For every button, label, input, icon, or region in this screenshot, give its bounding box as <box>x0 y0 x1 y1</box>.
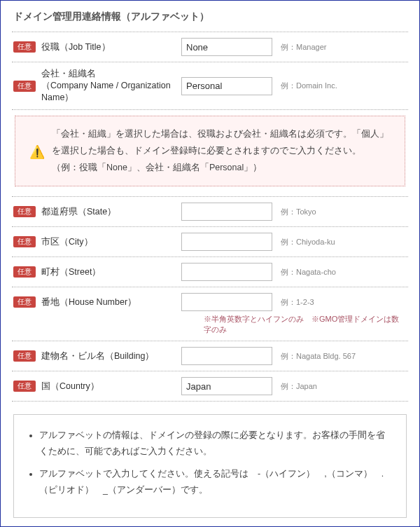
house-number-note: ※半角英数字とハイフンのみ ※GMO管理ドメインは数字のみ <box>13 313 405 335</box>
badge-optional: 任意 <box>13 41 36 53</box>
badge-optional: 任意 <box>13 236 36 247</box>
warning-line1: 「会社・組織」を選択した場合は、役職および会社・組織名は必須です。「個人」を選択… <box>52 126 391 160</box>
row-street: 任意 町村（Street） 例：Nagata-cho <box>12 257 408 287</box>
warning-line2: （例：役職「None」、会社・組織名「Personal」） <box>52 160 391 177</box>
example-street: 例：Nagata-cho <box>281 267 336 278</box>
input-country[interactable] <box>181 377 272 395</box>
form-section: ドメイン管理用連絡情報（アルファベット） 任意 役職（Job Title） 例：… <box>0 0 420 527</box>
example-job-title: 例：Manager <box>281 42 326 53</box>
row-country: 任意 国（Country） 例：Japan <box>12 371 408 402</box>
row-job-title: 任意 役職（Job Title） 例：Manager <box>12 32 408 62</box>
input-job-title[interactable] <box>181 38 272 56</box>
label-company: 任意 会社・組織名 （Company Name / Organization N… <box>13 68 181 104</box>
note-2: アルファベットで入力してください。使える記号は -（ハイフン） ,（コンマ） .… <box>39 466 391 498</box>
badge-optional: 任意 <box>13 296 36 308</box>
section-title: ドメイン管理用連絡情報（アルファベット） <box>13 11 408 23</box>
badge-optional: 任意 <box>13 350 36 362</box>
example-state: 例：Tokyo <box>281 207 316 217</box>
row-state: 任意 都道府県（State） 例：Tokyo <box>12 196 408 227</box>
label-job-title: 任意 役職（Job Title） <box>13 41 181 53</box>
note-1: アルファベットの情報は、ドメインの登録の際に必要となります。お客様の手間を省くた… <box>39 427 391 459</box>
example-city: 例：Chiyoda-ku <box>281 237 335 247</box>
bottom-notes-box: アルファベットの情報は、ドメインの登録の際に必要となります。お客様の手間を省くた… <box>13 414 407 518</box>
warning-box: ⚠️ 「会社・組織」を選択した場合は、役職および会社・組織名は必須です。「個人」… <box>15 116 405 186</box>
input-city[interactable] <box>181 233 272 251</box>
input-building[interactable] <box>181 347 272 365</box>
input-house[interactable] <box>181 293 272 311</box>
badge-optional: 任意 <box>13 81 36 92</box>
example-country: 例：Japan <box>281 381 317 392</box>
example-house: 例：1-2-3 <box>281 297 314 308</box>
badge-optional: 任意 <box>13 206 36 217</box>
row-house: 任意 番地（House Number） 例：1-2-3 <box>12 287 408 313</box>
input-state[interactable] <box>181 203 272 221</box>
example-building: 例：Nagata Bldg. 567 <box>281 351 356 362</box>
example-company: 例：Domain Inc. <box>281 81 337 91</box>
input-company[interactable] <box>181 77 272 95</box>
warning-icon: ⚠️ <box>29 140 45 164</box>
input-street[interactable] <box>181 263 272 281</box>
row-building: 任意 建物名・ビル名（Building） 例：Nagata Bldg. 567 <box>12 341 408 371</box>
badge-optional: 任意 <box>13 266 36 278</box>
row-company: 任意 会社・組織名 （Company Name / Organization N… <box>12 62 408 110</box>
row-city: 任意 市区（City） 例：Chiyoda-ku <box>12 227 408 257</box>
badge-optional: 任意 <box>13 381 36 392</box>
